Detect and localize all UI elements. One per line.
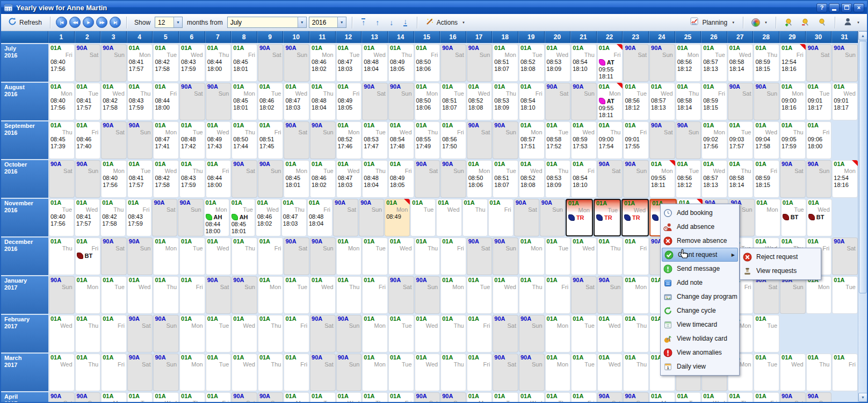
day-cell[interactable]: 01AWed xyxy=(415,354,440,391)
day-cell[interactable]: 01ATue xyxy=(388,354,414,391)
day-cell[interactable]: 01AMon xyxy=(179,354,205,391)
day-cell[interactable]: 01AWed xyxy=(597,354,623,391)
day-cell[interactable]: 01AWed xyxy=(310,276,336,314)
day-cell[interactable]: 01AFri xyxy=(623,238,649,275)
day-cell[interactable]: 90ASun xyxy=(415,276,440,314)
day-cell[interactable]: 01AFri08:4317:59 xyxy=(126,199,151,236)
chevron-down-icon[interactable]: ▼ xyxy=(173,17,182,27)
nav-previous-button[interactable]: ◀◀ xyxy=(69,17,81,28)
day-cell[interactable]: 90ASat xyxy=(179,83,205,120)
months-count-select[interactable]: 12 ▼ xyxy=(155,17,183,28)
day-cell[interactable]: 01AThu xyxy=(440,315,466,352)
day-cell[interactable]: 01AWed xyxy=(49,315,75,352)
day-cell[interactable]: 01AMon08:5018:06 xyxy=(415,83,440,120)
day-cell[interactable]: 01AMon09:0217:56 xyxy=(701,121,727,159)
day-cell[interactable]: 01AThu xyxy=(597,238,623,275)
day-cell[interactable]: 01ATue08:4117:57 xyxy=(127,160,153,198)
day-cell[interactable]: 90ASat xyxy=(415,160,440,198)
day-cell[interactable]: 01AThu xyxy=(179,392,205,402)
day-cell[interactable]: 90ASat xyxy=(832,238,858,275)
day-cell[interactable]: 01AThu08:4317:59 xyxy=(179,160,205,198)
day-cell[interactable]: 01AWed xyxy=(232,354,257,391)
day-cell[interactable]: 01AMon08:4518:01 xyxy=(232,83,257,120)
day-cell[interactable]: 90ASat xyxy=(545,83,571,120)
day-cell[interactable]: 90ASat xyxy=(440,44,466,82)
day-cell[interactable]: 90ASat xyxy=(333,199,358,236)
day-cell[interactable]: 01AThu xyxy=(258,315,284,352)
day-cell[interactable]: 01ATue xyxy=(206,315,232,352)
day-cell[interactable]: 01AWed08:5218:08 xyxy=(519,160,545,198)
day-cell[interactable]: 90ASat xyxy=(284,121,309,159)
day-cell[interactable]: 01AThu08:4517:39 xyxy=(49,121,75,159)
day-cell[interactable]: 01ATue08:4718:03 xyxy=(336,44,362,82)
day-cell[interactable]: 01AMon xyxy=(440,276,466,314)
close-button[interactable]: × xyxy=(853,3,864,12)
day-cell[interactable]: 01AFri08:4918:05 xyxy=(388,160,414,198)
day-cell[interactable]: 01AMon xyxy=(153,238,179,275)
day-cell[interactable]: 01AFri xyxy=(571,392,597,402)
day-cell[interactable]: 01AMon xyxy=(362,315,388,352)
day-cell[interactable]: 01ATue xyxy=(832,276,858,314)
day-cell[interactable]: 01AThu08:5818:14 xyxy=(676,83,701,120)
day-cell[interactable]: 90ASat xyxy=(127,354,153,391)
day-cell[interactable]: 90ASun xyxy=(623,160,649,198)
day-cell[interactable]: 01ATue08:5317:47 xyxy=(362,121,388,159)
day-cell[interactable]: 01AMon08:4518:01 xyxy=(284,160,309,198)
day-cell[interactable]: 01AFri08:5117:45 xyxy=(258,121,284,159)
day-cell[interactable]: 01AWed xyxy=(127,276,153,314)
day-cell[interactable]: 90ASun xyxy=(832,44,858,82)
day-cell[interactable]: 01AWed xyxy=(388,238,414,275)
day-cell[interactable]: 01AWed08:4317:59 xyxy=(179,44,205,82)
menu-item-change-day-program[interactable]: Change day program xyxy=(661,290,739,304)
day-cell[interactable]: 01AMon xyxy=(545,354,571,391)
day-cell[interactable]: 01AFri08:5418:10 xyxy=(571,160,597,198)
start-year-select[interactable]: 2016 ▼ xyxy=(309,17,346,28)
day-cell[interactable]: 90ASat xyxy=(284,238,309,275)
scroll-down-icon[interactable]: ▼ xyxy=(858,393,867,402)
day-cell[interactable]: 90ASun xyxy=(388,83,414,120)
day-cell[interactable]: 01AMon xyxy=(649,392,675,402)
day-cell[interactable]: 90ASun xyxy=(440,392,466,402)
day-cell[interactable]: 01ATue08:5118:07 xyxy=(440,83,466,120)
day-cell[interactable]: 01ATue xyxy=(754,315,779,352)
day-cell[interactable]: 90ASat xyxy=(258,44,284,82)
day-cell[interactable]: 01AThu08:4918:05 xyxy=(388,44,414,82)
actions-button[interactable]: Actions ▼ xyxy=(423,16,468,28)
remove-pin-button[interactable] xyxy=(798,17,813,28)
scrollbar-thumb[interactable] xyxy=(859,41,867,293)
day-cell[interactable]: 90ASat xyxy=(127,315,153,352)
help-button[interactable]: ? xyxy=(816,3,827,12)
menu-item-view-timecard[interactable]: View timecard xyxy=(661,318,739,332)
day-cell[interactable]: 01AThu08:5818:14 xyxy=(728,160,754,198)
day-cell[interactable]: 01AMon08:49 xyxy=(385,199,410,236)
move-up-button[interactable]: ↑ xyxy=(372,17,384,28)
day-cell[interactable]: 01AWed xyxy=(415,315,440,352)
day-cell[interactable]: 01ATue xyxy=(571,354,597,391)
day-cell[interactable]: 01AFri xyxy=(388,392,414,402)
day-cell[interactable]: 90ASat xyxy=(49,160,75,198)
day-cell[interactable]: 01AFriAT09:5518:11 xyxy=(597,44,623,82)
refresh-button[interactable]: Refresh xyxy=(5,16,45,28)
day-cell[interactable]: 01AThu xyxy=(440,354,466,391)
employee-menu-button[interactable]: ▼ xyxy=(841,16,863,29)
day-cell[interactable]: 01AThu08:4317:59 xyxy=(127,83,153,120)
day-cell[interactable]: 90ASun xyxy=(178,199,203,236)
day-cell[interactable]: 01AMonAH08:4418:00 xyxy=(204,199,229,236)
vertical-scrollbar[interactable]: ▲ ▼ xyxy=(858,31,867,402)
planning-view-button[interactable]: Planning ▼ xyxy=(687,16,737,29)
day-cell[interactable]: 01AThu xyxy=(415,238,440,275)
day-cell[interactable]: 90ASat xyxy=(467,121,493,159)
day-cell[interactable]: 01AWed08:5718:13 xyxy=(701,160,727,198)
day-cell[interactable]: 90ASat xyxy=(467,238,493,275)
day-cell[interactable]: 90ASat xyxy=(310,354,336,391)
day-cell[interactable]: 90ASat xyxy=(388,276,414,314)
day-cell[interactable]: 01ATue08:5618:12 xyxy=(676,160,701,198)
day-cell[interactable]: 01AWed08:4718:03 xyxy=(284,83,309,120)
menu-item-view-holiday-card[interactable]: View holiday card xyxy=(661,332,739,346)
day-cell[interactable]: 01AWed xyxy=(49,354,75,391)
day-cell[interactable]: 90ASun xyxy=(258,392,284,402)
start-month-select[interactable]: July ▼ xyxy=(227,17,307,28)
day-cell[interactable]: 90ASun xyxy=(806,392,832,402)
day-cell[interactable]: 01ATue xyxy=(571,315,597,352)
day-cell[interactable]: 01AThu08:4818:04 xyxy=(310,83,336,120)
